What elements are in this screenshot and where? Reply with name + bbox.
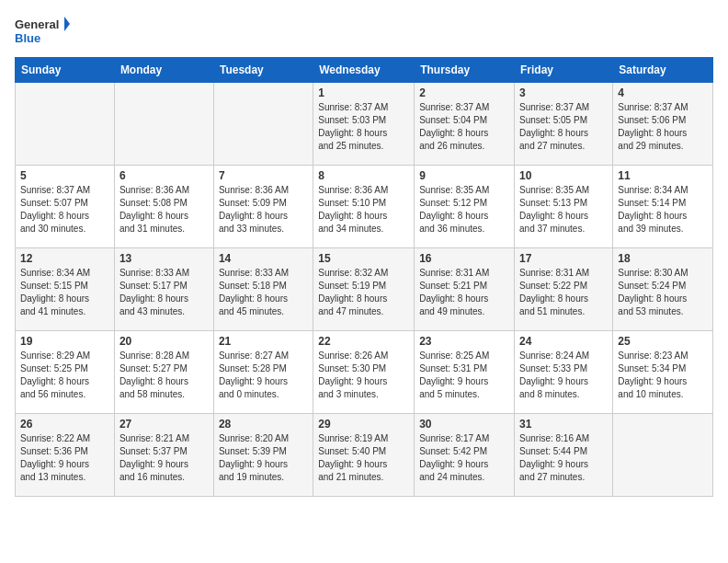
day-number: 31 (519, 418, 608, 431)
calendar-cell: 21Sunrise: 8:27 AM Sunset: 5:28 PM Dayli… (213, 331, 313, 414)
calendar-cell: 8Sunrise: 8:36 AM Sunset: 5:10 PM Daylig… (313, 166, 415, 248)
svg-text:Blue: Blue (15, 31, 40, 45)
calendar-cell: 31Sunrise: 8:16 AM Sunset: 5:44 PM Dayli… (515, 414, 613, 497)
day-info: Sunrise: 8:35 AM Sunset: 5:12 PM Dayligh… (419, 184, 509, 236)
calendar-cell: 7Sunrise: 8:36 AM Sunset: 5:09 PM Daylig… (213, 166, 313, 248)
day-number: 13 (119, 252, 209, 265)
calendar-cell: 29Sunrise: 8:19 AM Sunset: 5:40 PM Dayli… (313, 414, 415, 497)
weekday-header-saturday: Saturday (613, 58, 713, 83)
calendar-cell: 12Sunrise: 8:34 AM Sunset: 5:15 PM Dayli… (16, 248, 115, 331)
calendar-cell: 25Sunrise: 8:23 AM Sunset: 5:34 PM Dayli… (613, 331, 713, 414)
day-info: Sunrise: 8:17 AM Sunset: 5:42 PM Dayligh… (419, 432, 509, 484)
day-info: Sunrise: 8:34 AM Sunset: 5:15 PM Dayligh… (20, 267, 109, 318)
calendar-cell: 4Sunrise: 8:37 AM Sunset: 5:06 PM Daylig… (613, 83, 713, 166)
calendar-week-row: 1Sunrise: 8:37 AM Sunset: 5:03 PM Daylig… (16, 83, 713, 166)
day-info: Sunrise: 8:36 AM Sunset: 5:08 PM Dayligh… (119, 184, 209, 236)
day-info: Sunrise: 8:16 AM Sunset: 5:44 PM Dayligh… (519, 432, 608, 484)
page-header: General Blue (15, 15, 713, 48)
day-number: 23 (419, 335, 509, 348)
calendar-cell (213, 83, 313, 166)
svg-marker-2 (64, 17, 70, 31)
calendar-cell (16, 83, 115, 166)
calendar-cell: 23Sunrise: 8:25 AM Sunset: 5:31 PM Dayli… (415, 331, 515, 414)
calendar-cell: 14Sunrise: 8:33 AM Sunset: 5:18 PM Dayli… (213, 248, 313, 331)
day-number: 18 (618, 252, 708, 265)
day-info: Sunrise: 8:34 AM Sunset: 5:14 PM Dayligh… (618, 184, 708, 236)
weekday-header-sunday: Sunday (16, 58, 115, 83)
day-number: 26 (20, 418, 109, 431)
day-info: Sunrise: 8:29 AM Sunset: 5:25 PM Dayligh… (20, 350, 109, 401)
day-number: 17 (519, 252, 608, 265)
day-number: 2 (419, 86, 509, 99)
day-number: 24 (519, 335, 608, 348)
calendar-cell: 1Sunrise: 8:37 AM Sunset: 5:03 PM Daylig… (313, 83, 415, 166)
calendar-cell: 13Sunrise: 8:33 AM Sunset: 5:17 PM Dayli… (114, 248, 213, 331)
day-info: Sunrise: 8:33 AM Sunset: 5:17 PM Dayligh… (119, 267, 209, 318)
calendar-cell: 11Sunrise: 8:34 AM Sunset: 5:14 PM Dayli… (613, 166, 713, 248)
calendar-week-row: 5Sunrise: 8:37 AM Sunset: 5:07 PM Daylig… (16, 166, 713, 248)
day-number: 30 (419, 418, 509, 431)
day-info: Sunrise: 8:37 AM Sunset: 5:07 PM Dayligh… (20, 184, 109, 236)
day-info: Sunrise: 8:24 AM Sunset: 5:33 PM Dayligh… (519, 350, 608, 401)
calendar-cell (114, 83, 213, 166)
svg-text:General: General (15, 17, 59, 31)
calendar-cell: 19Sunrise: 8:29 AM Sunset: 5:25 PM Dayli… (16, 331, 115, 414)
day-number: 12 (20, 252, 109, 265)
day-number: 6 (119, 169, 209, 182)
calendar-cell: 22Sunrise: 8:26 AM Sunset: 5:30 PM Dayli… (313, 331, 415, 414)
calendar-week-row: 26Sunrise: 8:22 AM Sunset: 5:36 PM Dayli… (16, 414, 713, 497)
day-number: 16 (419, 252, 509, 265)
day-info: Sunrise: 8:36 AM Sunset: 5:10 PM Dayligh… (318, 184, 409, 236)
day-info: Sunrise: 8:23 AM Sunset: 5:34 PM Dayligh… (618, 350, 708, 401)
day-info: Sunrise: 8:22 AM Sunset: 5:36 PM Dayligh… (20, 432, 109, 484)
calendar-cell (613, 414, 713, 497)
day-number: 28 (219, 418, 308, 431)
day-number: 19 (20, 335, 109, 348)
calendar-cell: 5Sunrise: 8:37 AM Sunset: 5:07 PM Daylig… (16, 166, 115, 248)
day-info: Sunrise: 8:36 AM Sunset: 5:09 PM Dayligh… (219, 184, 308, 236)
calendar-cell: 30Sunrise: 8:17 AM Sunset: 5:42 PM Dayli… (415, 414, 515, 497)
calendar-cell: 2Sunrise: 8:37 AM Sunset: 5:04 PM Daylig… (415, 83, 515, 166)
day-info: Sunrise: 8:37 AM Sunset: 5:03 PM Dayligh… (318, 101, 409, 153)
day-number: 3 (519, 86, 608, 99)
day-number: 7 (219, 169, 308, 182)
day-info: Sunrise: 8:30 AM Sunset: 5:24 PM Dayligh… (618, 267, 708, 318)
day-number: 9 (419, 169, 509, 182)
calendar-cell: 6Sunrise: 8:36 AM Sunset: 5:08 PM Daylig… (114, 166, 213, 248)
calendar-cell: 16Sunrise: 8:31 AM Sunset: 5:21 PM Dayli… (415, 248, 515, 331)
day-number: 4 (618, 86, 708, 99)
calendar-cell: 27Sunrise: 8:21 AM Sunset: 5:37 PM Dayli… (114, 414, 213, 497)
day-number: 14 (219, 252, 308, 265)
day-info: Sunrise: 8:37 AM Sunset: 5:04 PM Dayligh… (419, 101, 509, 153)
day-number: 21 (219, 335, 308, 348)
calendar-week-row: 12Sunrise: 8:34 AM Sunset: 5:15 PM Dayli… (16, 248, 713, 331)
day-info: Sunrise: 8:32 AM Sunset: 5:19 PM Dayligh… (318, 267, 409, 318)
day-info: Sunrise: 8:35 AM Sunset: 5:13 PM Dayligh… (519, 184, 608, 236)
day-number: 15 (318, 252, 409, 265)
day-info: Sunrise: 8:37 AM Sunset: 5:05 PM Dayligh… (519, 101, 608, 153)
day-info: Sunrise: 8:25 AM Sunset: 5:31 PM Dayligh… (419, 350, 509, 401)
calendar-cell: 9Sunrise: 8:35 AM Sunset: 5:12 PM Daylig… (415, 166, 515, 248)
calendar-cell: 26Sunrise: 8:22 AM Sunset: 5:36 PM Dayli… (16, 414, 115, 497)
day-number: 29 (318, 418, 409, 431)
day-number: 27 (119, 418, 209, 431)
calendar-cell: 18Sunrise: 8:30 AM Sunset: 5:24 PM Dayli… (613, 248, 713, 331)
calendar-cell: 17Sunrise: 8:31 AM Sunset: 5:22 PM Dayli… (515, 248, 613, 331)
day-number: 20 (119, 335, 209, 348)
calendar-week-row: 19Sunrise: 8:29 AM Sunset: 5:25 PM Dayli… (16, 331, 713, 414)
calendar-cell: 20Sunrise: 8:28 AM Sunset: 5:27 PM Dayli… (114, 331, 213, 414)
day-number: 1 (318, 86, 409, 99)
weekday-header-tuesday: Tuesday (213, 58, 313, 83)
weekday-header-friday: Friday (515, 58, 613, 83)
day-info: Sunrise: 8:28 AM Sunset: 5:27 PM Dayligh… (119, 350, 209, 401)
day-info: Sunrise: 8:31 AM Sunset: 5:21 PM Dayligh… (419, 267, 509, 318)
day-number: 10 (519, 169, 608, 182)
day-info: Sunrise: 8:19 AM Sunset: 5:40 PM Dayligh… (318, 432, 409, 484)
day-info: Sunrise: 8:20 AM Sunset: 5:39 PM Dayligh… (219, 432, 308, 484)
logo: General Blue (15, 15, 70, 48)
logo-icon: General Blue (15, 15, 70, 48)
calendar-cell: 24Sunrise: 8:24 AM Sunset: 5:33 PM Dayli… (515, 331, 613, 414)
day-info: Sunrise: 8:33 AM Sunset: 5:18 PM Dayligh… (219, 267, 308, 318)
day-info: Sunrise: 8:31 AM Sunset: 5:22 PM Dayligh… (519, 267, 608, 318)
day-number: 22 (318, 335, 409, 348)
